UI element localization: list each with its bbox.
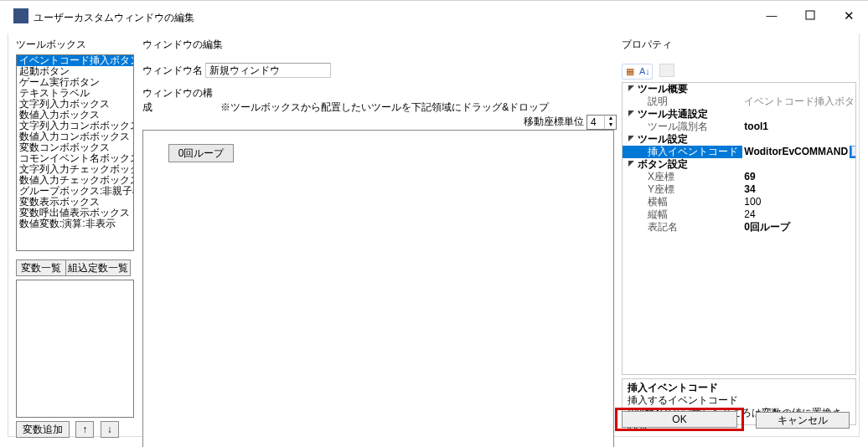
app-icon xyxy=(13,8,28,23)
chevron-down-icon xyxy=(628,160,635,167)
property-category[interactable]: ボタン設定 xyxy=(623,158,855,171)
spinner-down-icon[interactable]: ▾ xyxy=(604,122,616,129)
spinner-buttons[interactable]: ▴ ▾ xyxy=(604,116,616,129)
property-help-title: 挿入イベントコード xyxy=(628,382,850,394)
property-toolbar: ▦ A↓ xyxy=(622,64,856,80)
window-close-button[interactable]: ✕ xyxy=(829,3,868,28)
move-unit-label: 移動座標単位 xyxy=(524,116,584,127)
toolbox-item[interactable]: 文字列入力コンボボックス xyxy=(17,121,133,131)
property-row-description[interactable]: 説明 イベントコード挿入ボタン xyxy=(623,95,855,108)
property-category[interactable]: ツール概要 xyxy=(623,83,855,95)
window-name-input[interactable]: 新規ウィンドウ xyxy=(205,63,331,78)
svg-rect-0 xyxy=(806,11,814,19)
property-grid[interactable]: ツール概要 説明 イベントコード挿入ボタン ツール共通設定 ツール識別名 too… xyxy=(622,82,856,375)
property-header: プロパティ xyxy=(622,38,856,52)
toolbox-item[interactable]: 変数表示ボックス xyxy=(17,197,133,208)
property-row-insert-eventcode[interactable]: 挿入イベントコード WoditorEvCOMMAND▾ xyxy=(623,146,855,158)
ok-button[interactable]: OK xyxy=(622,411,737,428)
window-name-label: ウィンドウ名 xyxy=(142,64,203,78)
move-unit-spinner[interactable]: 4 ▴ ▾ xyxy=(586,115,617,130)
property-view-group: ▦ A↓ xyxy=(622,64,653,80)
move-unit-value: 4 xyxy=(591,116,597,128)
cancel-button[interactable]: キャンセル xyxy=(756,412,850,429)
toolbox-item[interactable]: 数値入力コンボボックス xyxy=(17,131,133,142)
variable-list-button[interactable]: 変数一覧 xyxy=(16,259,66,276)
editor-panel: ウィンドウの編集 ウィンドウ名 新規ウィンドウ ウィンドウの構成 ※ツールボック… xyxy=(142,38,617,447)
property-row-y[interactable]: Y座標 34 xyxy=(623,183,855,196)
dropdown-icon[interactable]: ▾ xyxy=(851,146,856,157)
chevron-down-icon xyxy=(628,135,635,142)
chevron-down-icon xyxy=(628,110,635,117)
placed-tool-loop-button[interactable]: 0回ループ xyxy=(168,144,234,162)
layout-label: ウィンドウの構成 xyxy=(142,86,218,115)
property-row-caption[interactable]: 表記名 0回ループ xyxy=(623,221,855,234)
property-panel: プロパティ ▦ A↓ ツール概要 説明 イベントコード挿入ボタン ツール共通設定 xyxy=(622,38,856,425)
variable-list[interactable] xyxy=(16,280,134,418)
toolbox-item[interactable]: イベントコード挿入ボタン xyxy=(17,55,133,66)
maximize-icon xyxy=(805,10,815,20)
builtin-const-list-button[interactable]: 組込定数一覧 xyxy=(65,259,131,276)
toolbox-item[interactable]: グループボックス:非親子構造 xyxy=(17,186,133,197)
toolbox-item[interactable]: 起動ボタン xyxy=(17,66,133,77)
property-help-line: 挿入するイベントコード xyxy=(628,394,850,407)
window-minimize-button[interactable]: — xyxy=(752,3,791,28)
property-pages-button[interactable] xyxy=(659,64,674,77)
dialog-body: ツールボックス イベントコード挿入ボタン 起動ボタン ゲーム実行ボタン テキスト… xyxy=(8,33,860,437)
ok-button-highlight: OK xyxy=(615,408,744,431)
toolbox-item[interactable]: 数値入力チェックボックス xyxy=(17,175,133,186)
layout-canvas[interactable]: 0回ループ xyxy=(142,130,614,447)
toolbox-item[interactable]: 変数呼出値表示ボックス xyxy=(17,208,133,218)
window-maximize-button[interactable] xyxy=(791,3,829,28)
toolbox-panel: ツールボックス イベントコード挿入ボタン 起動ボタン ゲーム実行ボタン テキスト… xyxy=(16,38,134,438)
titlebar: ユーザーカスタムウィンドウの編集 — ✕ xyxy=(7,3,868,33)
toolbox-list[interactable]: イベントコード挿入ボタン 起動ボタン ゲーム実行ボタン テキストラベル 文字列入… xyxy=(16,54,134,251)
property-row-tool-id[interactable]: ツール識別名 tool1 xyxy=(623,121,855,133)
property-category[interactable]: ツール共通設定 xyxy=(623,108,855,121)
property-row-width[interactable]: 横幅 100 xyxy=(623,196,855,208)
toolbox-item[interactable]: 数値入力ボックス xyxy=(17,110,133,121)
window-top-border xyxy=(0,0,868,1)
toolbox-item[interactable]: 変数コンボボックス xyxy=(17,142,133,153)
property-row-height[interactable]: 縦幅 24 xyxy=(623,208,855,221)
toolbox-item[interactable]: 数値変数:演算:非表示 xyxy=(17,218,133,229)
move-up-button[interactable]: ↑ xyxy=(75,421,94,438)
window-title: ユーザーカスタムウィンドウの編集 xyxy=(34,11,194,25)
chevron-down-icon xyxy=(628,85,635,92)
toolbox-item[interactable]: コモンイベント名ボックス xyxy=(17,153,133,164)
toolbox-header: ツールボックス xyxy=(16,38,134,53)
toolbox-item[interactable]: ゲーム実行ボタン xyxy=(17,77,133,88)
editor-header: ウィンドウの編集 xyxy=(142,38,617,53)
toolbox-item[interactable]: 文字列入力チェックボックス xyxy=(17,164,133,175)
property-category[interactable]: ツール設定 xyxy=(623,133,855,146)
toolbox-item[interactable]: 文字列入力ボックス xyxy=(17,99,133,110)
property-row-x[interactable]: X座標 69 xyxy=(623,171,855,183)
categorized-view-icon[interactable]: ▦ xyxy=(624,66,636,78)
sort-alpha-icon[interactable]: A↓ xyxy=(638,66,650,78)
add-variable-button[interactable]: 変数追加 xyxy=(16,421,70,438)
layout-hint: ※ツールボックスから配置したいツールを下記領域にドラッグ&ドロップ xyxy=(220,101,549,113)
toolbox-item[interactable]: テキストラベル xyxy=(17,88,133,99)
move-down-button[interactable]: ↓ xyxy=(101,421,119,438)
